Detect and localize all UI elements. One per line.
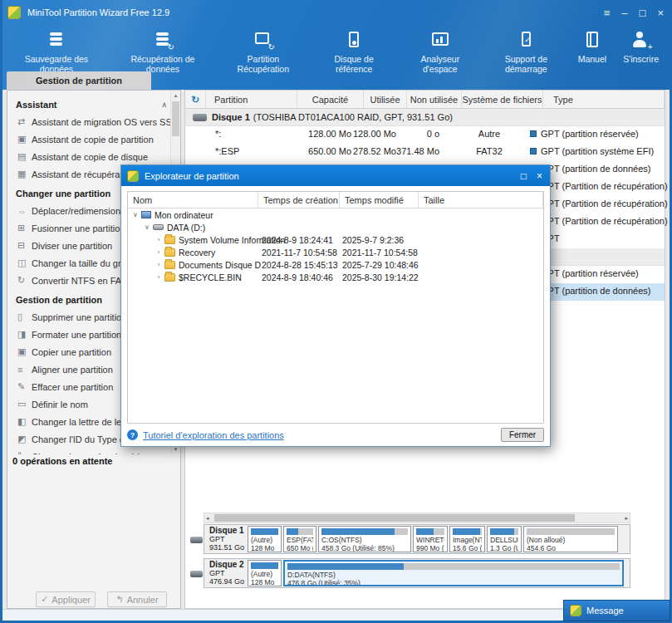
window-border — [0, 0, 2, 623]
expander-icon[interactable]: › — [155, 273, 163, 281]
modified-time: 2025-7-29 10:48:46 — [342, 260, 419, 270]
maximize-icon[interactable]: □ — [640, 7, 646, 19]
diskmap-partition-selected[interactable]: D:DATA(NTFS)476.8 Go (Utilisé: 35%) — [283, 560, 624, 586]
toolbar-disk-benchmark[interactable]: Disque de référence — [311, 25, 398, 71]
disk-icon — [190, 537, 203, 543]
partition-type-icon — [530, 130, 537, 137]
toolbar-partition-recovery[interactable]: ↻ Partition Récupération — [216, 25, 311, 71]
tree-item-drive-d[interactable]: ∨ DATA (D:) — [128, 221, 543, 233]
toolbar-bootable-media[interactable]: ✓ Support de démarrage — [483, 25, 570, 71]
table-row[interactable]: *:ESP650.00 Mo278.52 Mo371.48 MoFAT32 GP… — [185, 144, 665, 161]
diskmap-partition[interactable]: DELLSUPPO1.3 Go (Utili — [487, 526, 522, 552]
expander-icon[interactable]: › — [155, 236, 163, 243]
expander-icon[interactable]: › — [155, 261, 163, 268]
drive-icon — [153, 224, 164, 230]
expander-icon[interactable]: ∨ — [131, 211, 140, 218]
tree-item-folder[interactable]: › System Volume Information 2024-8-9 18:… — [128, 233, 543, 246]
minimize-icon[interactable]: – — [621, 7, 627, 19]
tab-partition-management[interactable]: Gestion de partition — [7, 71, 151, 90]
expander-icon[interactable]: ∨ — [143, 223, 151, 231]
scrollbar-thumb[interactable] — [172, 101, 179, 136]
manual-icon — [581, 30, 604, 52]
window-title: MiniTool Partition Wizard Free 12.9 — [27, 7, 169, 17]
column-created[interactable]: Temps de création — [258, 192, 340, 208]
column-name[interactable]: Nom — [128, 192, 258, 208]
tree-item-folder[interactable]: › Documents Disque D 2024-8-28 15:45:13 … — [128, 258, 543, 271]
disk2-label: Disque 2 GPT 476.94 Go — [204, 561, 248, 586]
diskmap-partition[interactable]: Image(NTFS15.6 Go (Uti — [449, 526, 485, 552]
explorer-tree-table: Nom Temps de création Temps modifié Tail… — [127, 191, 544, 424]
dialog-title-bar: Explorateur de partition □ × — [121, 165, 550, 186]
migrate-os-icon: ⇄ — [17, 116, 32, 127]
scroll-up-icon[interactable]: ▴ — [171, 92, 180, 99]
column-unused[interactable]: Non utilisée — [407, 91, 462, 108]
sidebar-section-assistant[interactable]: Assistant∧ — [7, 94, 170, 113]
toolbar-label: S'inscrire — [623, 54, 659, 64]
data-recovery-icon: ↻ — [151, 30, 174, 52]
dialog-title: Explorateur de partition — [145, 171, 239, 181]
sidebar-item-copy-disk-wizard[interactable]: ▤Assistant de copie de disque — [7, 148, 170, 165]
disk1-group-row[interactable]: Disque 1 (TOSHIBA DT01ACA100 RAID, GPT, … — [185, 109, 665, 126]
scroll-right-icon[interactable]: ▸ — [625, 515, 628, 522]
sidebar-item-copy-partition-wizard[interactable]: ▣Assistant de copie de partition — [7, 130, 170, 148]
sidebar-item-change-serial[interactable]: ∥Changer le numéro de série — [7, 448, 170, 454]
column-used[interactable]: Utilisée — [364, 91, 407, 108]
toolbar-space-analyzer[interactable]: Analyseur d'espace — [398, 25, 483, 71]
modified-time: 2025-9-7 9:2:36 — [342, 235, 404, 245]
sidebar-item-migrate-os[interactable]: ⇄Assistant de migration OS vers SSD/HD — [7, 113, 170, 130]
folder-icon — [164, 248, 175, 257]
horizontal-scrollbar[interactable]: ◂ ▸ — [204, 513, 630, 523]
dialog-maximize-icon[interactable]: □ — [521, 170, 527, 182]
collapse-chevron-icon[interactable]: ∧ — [161, 101, 167, 109]
expander-icon[interactable]: › — [155, 248, 163, 256]
disk1-name: Disque 1 — [212, 112, 250, 122]
column-type[interactable]: Type — [543, 91, 665, 108]
diskmap-unallocated[interactable]: (Non alloué)454.6 Go — [523, 526, 618, 552]
move-resize-icon: ⇔ — [17, 206, 32, 216]
copy-icon: ▣ — [17, 346, 32, 357]
folder-icon — [164, 273, 175, 282]
dialog-logo-icon — [127, 170, 139, 182]
tutorial-link[interactable]: Tutoriel d'exploration des partitions — [143, 430, 284, 440]
created-time: 2024-8-28 15:45:13 — [262, 260, 338, 270]
diskmap-partition[interactable]: (Autre)128 Mo — [248, 526, 282, 552]
apply-button[interactable]: ✓Appliquer — [36, 591, 96, 607]
table-row[interactable]: *:128.00 Mo128.00 Mo0 oAutre GPT (partit… — [185, 126, 665, 144]
diskmap-partition[interactable]: WINRETOOL990 Mo (Uti — [413, 526, 448, 552]
menu-icon[interactable]: ≡ — [604, 7, 611, 19]
app-header: MiniTool Partition Wizard Free 12.9 ≡ – … — [0, 0, 672, 90]
diskmap-partition[interactable]: (Autre)128 Mo — [248, 560, 282, 586]
scrollbar-thumb[interactable] — [214, 514, 575, 522]
close-icon[interactable]: × — [657, 7, 664, 19]
partition-type-icon — [530, 148, 537, 155]
data-backup-icon — [45, 30, 68, 52]
diskmap-disk2: Disque 2 GPT 476.94 Go (Autre)128 Mo D:D… — [204, 558, 630, 588]
close-button[interactable]: Fermer — [501, 428, 544, 442]
column-size[interactable]: Taille — [419, 192, 543, 208]
drive-letter-icon: ◧ — [17, 416, 32, 427]
dialog-close-icon[interactable]: × — [537, 170, 542, 182]
toolbar-data-backup[interactable]: Sauvegarde des données — [3, 25, 110, 71]
undo-button[interactable]: ↰Annuler — [107, 591, 167, 607]
diskmap-partition[interactable]: C:OS(NTFS)458.3 Go (Utilisé: 85%) — [318, 526, 411, 552]
created-time: 2021-11-7 10:54:58 — [262, 248, 337, 258]
toolbar-data-recovery[interactable]: ↻ Récupération de données — [110, 25, 216, 71]
toolbar-register[interactable]: + S'inscrire — [615, 25, 667, 71]
refresh-icon[interactable]: ↻ — [185, 91, 206, 108]
message-popup[interactable]: Message — [563, 600, 670, 621]
column-capacity[interactable]: Capacité — [297, 91, 364, 108]
column-filesystem[interactable]: Système de fichiers — [462, 91, 543, 108]
tree-item-computer[interactable]: ∨ Mon ordinateur — [128, 208, 543, 221]
scroll-left-icon[interactable]: ◂ — [206, 515, 209, 522]
toolbar-manual[interactable]: Manuel — [570, 25, 615, 71]
column-partition[interactable]: Partition — [206, 91, 297, 108]
column-modified[interactable]: Temps modifié — [340, 192, 419, 208]
help-icon[interactable]: ? — [127, 429, 138, 440]
tree-item-folder[interactable]: › $RECYCLE.BIN 2024-8-9 18:40:46 2025-8-… — [128, 271, 543, 283]
diskmap-partition[interactable]: ESP(FAT32)650 Mo (Uti — [283, 526, 316, 552]
dialog-footer: ? Tutoriel d'exploration des partitions … — [127, 427, 544, 443]
tree-item-folder[interactable]: › Recovery 2021-11-7 10:54:58 2021-11-7 … — [128, 246, 543, 258]
scroll-down-icon[interactable]: ▾ — [171, 446, 180, 453]
diskmap-disk1: Disque 1 GPT 931.51 Go (Autre)128 Mo ESP… — [204, 524, 630, 554]
toolbar: Sauvegarde des données ↻ Récupération de… — [0, 25, 672, 71]
